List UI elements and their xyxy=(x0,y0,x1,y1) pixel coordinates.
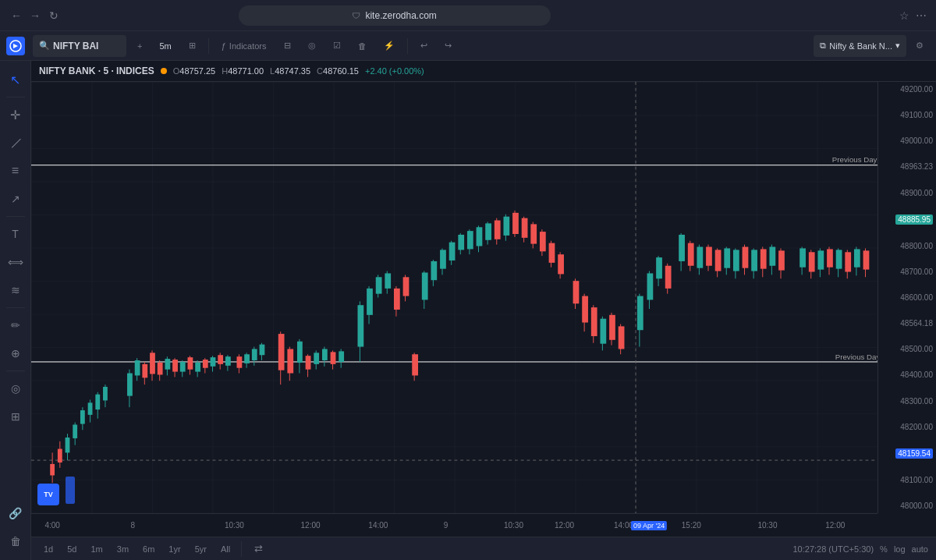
svg-rect-79 xyxy=(376,277,382,293)
compare-button[interactable]: ⇄ xyxy=(248,538,269,560)
zoom-tool[interactable]: ⊕ xyxy=(3,341,28,366)
svg-rect-91 xyxy=(431,261,437,280)
horizontal-line-tool[interactable]: ≡ xyxy=(3,158,28,183)
instrument-selector[interactable]: ⧉ Nifty & Bank N... ▾ xyxy=(814,35,906,57)
redo-button[interactable]: ↪ xyxy=(438,35,458,57)
timeframe-6m[interactable]: 6m xyxy=(138,543,159,555)
svg-rect-131 xyxy=(619,326,625,349)
indicators-button[interactable]: ƒ Indicators xyxy=(215,35,273,57)
chart-compare-button[interactable]: ⊞ xyxy=(183,35,202,57)
price-level-4: 48900.00 xyxy=(881,189,933,197)
svg-rect-145 xyxy=(697,246,703,268)
timeframe-5yr[interactable]: 5yr xyxy=(190,543,211,555)
svg-rect-135 xyxy=(647,273,654,299)
svg-rect-57 xyxy=(260,345,265,356)
reload-button[interactable]: ↻ xyxy=(47,9,61,23)
svg-rect-23 xyxy=(127,374,133,396)
svg-rect-117 xyxy=(549,243,555,263)
svg-rect-21 xyxy=(103,387,108,400)
text-tool[interactable]: T xyxy=(3,222,28,246)
svg-rect-13 xyxy=(73,424,77,438)
svg-rect-45 xyxy=(211,357,216,367)
timeframe-selector[interactable]: 5m xyxy=(153,35,177,57)
left-sidebar: ↖ ✛ — ≡ ↗ T ⟺ ≋ ✏ ⊕ ◎ ⊞ 🔗 🗑 xyxy=(0,61,31,560)
layouts-button[interactable]: ⊟ xyxy=(278,35,297,57)
dashed-level-badge: 48159.54 xyxy=(895,448,933,459)
price-level-1: 49200.00 xyxy=(881,85,933,94)
svg-rect-165 xyxy=(800,248,806,267)
prev-day-low-price: 48564.18 xyxy=(900,319,933,328)
price-level-12: 48100.00 xyxy=(881,476,933,484)
svg-rect-147 xyxy=(706,246,712,265)
timeframe-5d[interactable]: 5d xyxy=(62,543,81,555)
live-indicator xyxy=(161,68,167,74)
svg-rect-151 xyxy=(724,248,730,268)
delete-drawings-tool[interactable]: 🗑 xyxy=(3,529,28,554)
svg-rect-37 xyxy=(180,362,186,372)
brush-tool[interactable]: ✏ xyxy=(3,313,28,338)
lock-drawings-tool[interactable]: 🔗 xyxy=(3,501,28,526)
ray-tool[interactable]: ↗ xyxy=(3,186,28,211)
svg-rect-75 xyxy=(358,305,364,346)
timeframe-3m[interactable]: 3m xyxy=(112,543,133,555)
measure-tool[interactable]: ⟺ xyxy=(3,250,28,275)
lightning-button[interactable]: ⚡ xyxy=(378,35,401,57)
bookmark-button[interactable]: ☆ xyxy=(899,9,909,22)
svg-rect-163 xyxy=(778,250,785,270)
chart-object-tool[interactable]: ⊞ xyxy=(3,404,28,429)
svg-rect-7 xyxy=(50,464,55,476)
svg-rect-59 xyxy=(278,334,285,370)
svg-rect-107 xyxy=(503,217,509,236)
time-4: 4:00 xyxy=(44,521,59,530)
timeframe-1d[interactable]: 1d xyxy=(39,543,58,555)
menu-button[interactable]: ⋯ xyxy=(916,9,927,22)
auto-toggle[interactable]: auto xyxy=(912,544,928,554)
address-bar[interactable]: 🛡 kite.zerodha.com xyxy=(239,5,551,26)
back-button[interactable]: ← xyxy=(9,9,23,23)
cursor-tool[interactable]: ↖ xyxy=(3,67,28,92)
time-8: 8 xyxy=(130,521,135,530)
trend-line-tool[interactable]: — xyxy=(0,125,33,160)
undo-button[interactable]: ↩ xyxy=(414,35,434,57)
settings-button[interactable]: ⚙ xyxy=(909,35,930,57)
svg-rect-85 xyxy=(403,277,410,296)
svg-rect-69 xyxy=(322,349,328,360)
svg-rect-121 xyxy=(573,281,580,303)
timeframe-all[interactable]: All xyxy=(216,543,235,555)
multi-chart-icon: ⧉ xyxy=(820,41,826,51)
crosshair-tool[interactable]: ✛ xyxy=(3,102,28,127)
svg-text:Previous Day High: Previous Day High xyxy=(832,155,878,164)
timeframe-1m[interactable]: 1m xyxy=(87,543,108,555)
magnet-tool[interactable]: ◎ xyxy=(3,376,28,401)
price-scale: 49200.00 49100.00 49000.00 48963.23 4890… xyxy=(878,82,936,513)
timeframe-1yr[interactable]: 1yr xyxy=(164,543,185,555)
svg-rect-11 xyxy=(66,438,70,452)
svg-rect-109 xyxy=(512,213,519,234)
replay-button[interactable]: ◎ xyxy=(302,35,322,57)
sidebar-sep-3 xyxy=(6,307,25,308)
fibonacci-tool[interactable]: ≋ xyxy=(3,278,28,303)
svg-rect-127 xyxy=(600,319,606,344)
delete-button[interactable]: 🗑 xyxy=(352,35,373,57)
svg-rect-111 xyxy=(522,218,528,238)
alert-icon: ☑ xyxy=(333,41,341,51)
symbol-search[interactable]: 🔍 NIFTY BAI xyxy=(33,35,126,57)
svg-rect-139 xyxy=(665,266,672,289)
add-button[interactable]: + xyxy=(131,35,148,57)
alert-button[interactable]: ☑ xyxy=(327,35,347,57)
timeframe-value: 5m xyxy=(159,41,171,51)
svg-rect-15 xyxy=(80,410,85,424)
scroll-indicator xyxy=(66,477,75,504)
sidebar-sep-2 xyxy=(6,216,25,217)
log-toggle[interactable]: log xyxy=(894,544,906,554)
candlestick-chart[interactable]: Previous Day High Previous Day Low xyxy=(31,82,878,513)
settings-icon: ⚙ xyxy=(916,41,924,51)
zerodha-logo xyxy=(6,37,25,55)
chart-body[interactable]: Previous Day High Previous Day Low 49200… xyxy=(31,82,936,537)
svg-rect-93 xyxy=(440,250,446,268)
svg-rect-167 xyxy=(809,252,815,271)
percent-toggle[interactable]: % xyxy=(880,544,888,554)
svg-rect-171 xyxy=(827,249,833,267)
forward-button[interactable]: → xyxy=(28,9,42,23)
sidebar-sep-4 xyxy=(6,370,25,371)
